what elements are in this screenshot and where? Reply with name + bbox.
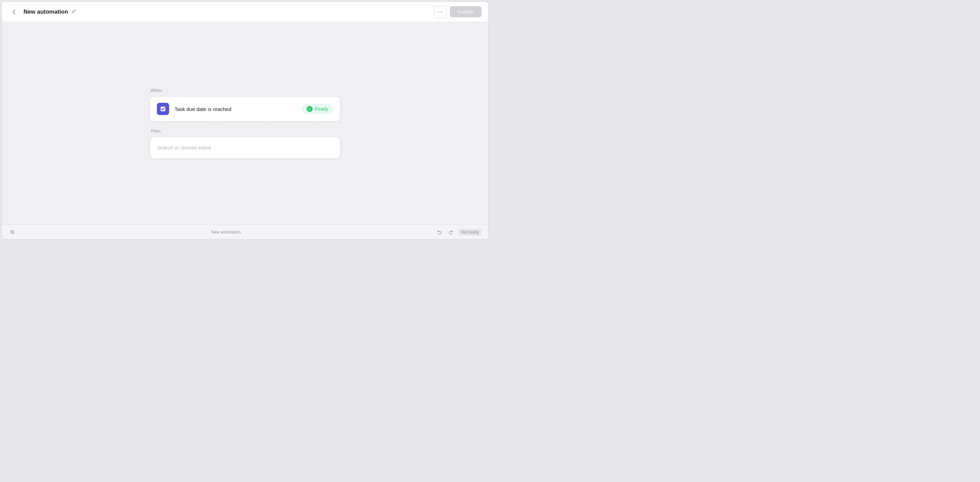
action-card[interactable]: Search or choose event bbox=[150, 137, 340, 159]
page-title: New automation bbox=[24, 8, 68, 15]
automation-flow: When Task due date is reached ✓ Ready bbox=[150, 88, 340, 159]
publish-button[interactable]: Publish bbox=[450, 6, 482, 17]
then-label: Then bbox=[150, 128, 340, 134]
header: New automation ··· Publish bbox=[2, 2, 488, 22]
when-section: When Task due date is reached ✓ Ready bbox=[150, 88, 340, 121]
trigger-label: Task due date is reached bbox=[175, 106, 302, 112]
ready-badge: ✓ Ready bbox=[302, 104, 333, 114]
not-ready-badge: Not ready bbox=[458, 229, 482, 235]
undo-icon[interactable] bbox=[435, 228, 443, 236]
back-button[interactable] bbox=[8, 6, 19, 17]
bottom-left bbox=[8, 228, 17, 236]
more-dots: ··· bbox=[438, 9, 443, 15]
trigger-icon bbox=[157, 103, 169, 115]
trigger-card[interactable]: Task due date is reached ✓ Ready bbox=[150, 96, 340, 121]
automation-canvas: When Task due date is reached ✓ Ready bbox=[2, 22, 488, 224]
header-title-area: New automation bbox=[24, 8, 434, 15]
then-section: Then Search or choose event bbox=[150, 128, 340, 159]
bottom-right: Not ready bbox=[435, 228, 482, 236]
redo-icon[interactable] bbox=[447, 228, 455, 236]
ready-label: Ready bbox=[315, 106, 328, 111]
more-button[interactable]: ··· bbox=[434, 6, 447, 18]
bottom-bar: New automation Not ready bbox=[2, 224, 488, 239]
when-label: When bbox=[150, 88, 340, 93]
header-actions: ··· Publish bbox=[434, 6, 482, 18]
action-placeholder: Search or choose event bbox=[157, 145, 211, 150]
edit-icon[interactable] bbox=[72, 9, 76, 14]
zoom-icon[interactable] bbox=[8, 228, 17, 236]
automation-window: New automation ··· Publish When bbox=[2, 2, 488, 240]
ready-check-icon: ✓ bbox=[307, 106, 313, 112]
bottom-center: New automation bbox=[211, 230, 241, 234]
bottom-title: New automation bbox=[211, 230, 241, 234]
